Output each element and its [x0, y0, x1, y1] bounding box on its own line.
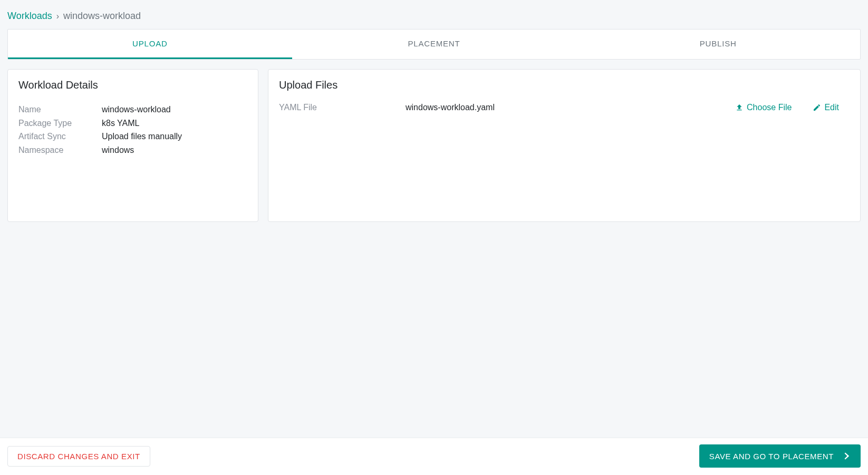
tab-upload[interactable]: UPLOAD: [8, 30, 292, 59]
arrow-right-icon: [839, 450, 851, 462]
breadcrumb: Workloads › windows-workload: [7, 11, 861, 22]
detail-package-type-label: Package Type: [18, 117, 102, 130]
detail-namespace-label: Namespace: [18, 143, 102, 157]
edit-label: Edit: [824, 103, 839, 112]
discard-changes-button[interactable]: DISCARD CHANGES AND EXIT: [7, 446, 150, 467]
workload-details-title: Workload Details: [18, 79, 247, 91]
workload-details-card: Workload Details Name windows-workload P…: [7, 69, 258, 222]
detail-package-type-value: k8s YAML: [102, 117, 247, 130]
choose-file-button[interactable]: Choose File: [735, 103, 792, 112]
detail-artifact-sync-value: Upload files manually: [102, 130, 247, 143]
detail-artifact-sync-label: Artifact Sync: [18, 130, 102, 143]
breadcrumb-current: windows-workload: [63, 11, 141, 22]
detail-name-value: windows-workload: [102, 103, 247, 117]
breadcrumb-separator: ›: [56, 12, 59, 21]
pencil-icon: [813, 103, 821, 112]
footer-bar: DISCARD CHANGES AND EXIT SAVE AND GO TO …: [0, 438, 868, 475]
detail-namespace-value: windows: [102, 143, 247, 157]
choose-file-label: Choose File: [747, 103, 792, 112]
step-tabs: UPLOAD PLACEMENT PUBLISH: [7, 29, 861, 60]
breadcrumb-root-link[interactable]: Workloads: [7, 11, 52, 22]
yaml-file-name: windows-workload.yaml: [406, 103, 735, 112]
upload-files-title: Upload Files: [279, 79, 850, 91]
save-go-placement-label: SAVE AND GO TO PLACEMENT: [709, 452, 834, 461]
tab-placement[interactable]: PLACEMENT: [292, 30, 576, 59]
save-go-placement-button[interactable]: SAVE AND GO TO PLACEMENT: [699, 444, 861, 468]
detail-name-label: Name: [18, 103, 102, 117]
upload-files-card: Upload Files YAML File windows-workload.…: [268, 69, 861, 222]
upload-icon: [735, 103, 744, 112]
tab-publish[interactable]: PUBLISH: [576, 30, 860, 59]
yaml-file-label: YAML File: [279, 103, 406, 112]
edit-button[interactable]: Edit: [813, 103, 839, 112]
